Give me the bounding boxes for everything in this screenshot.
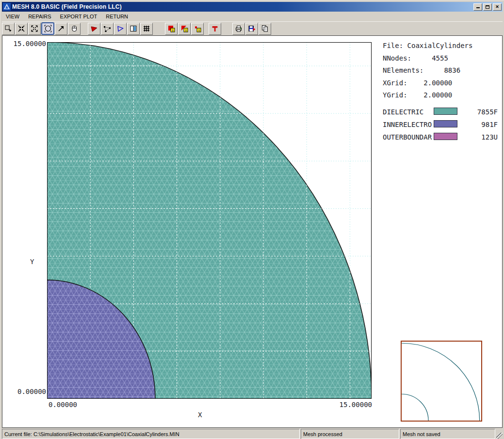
resize-grip[interactable] (496, 433, 503, 439)
printer-icon (235, 25, 243, 32)
region-info-icon: i (167, 25, 175, 32)
x-axis-max-tick: 15.00000 (308, 401, 372, 408)
menu-view[interactable]: VIEW (2, 13, 24, 20)
split-view-button[interactable] (127, 23, 140, 35)
plot-client-area: 15.00000 0.00000 Y 0.00000 15.00000 X Fi… (2, 35, 503, 428)
overview-arcs (402, 342, 481, 421)
legend-swatch-outerboundary (434, 133, 457, 140)
menu-return[interactable]: RETURN (101, 13, 132, 20)
status-current-file: Current file: C:\Simulations\Electrostat… (2, 429, 300, 439)
repair-tool-button[interactable] (209, 23, 221, 35)
legend-label: DIELECTRIC (383, 108, 423, 116)
split-window-icon (130, 25, 137, 32)
zoom-full-view-button[interactable] (28, 23, 41, 35)
title-bar[interactable]: MESH 8.0 BASIC (Field Precision LLC) ✕ (2, 2, 503, 12)
grid-icon (143, 25, 150, 32)
status-bar: Current file: C:\Simulations\Electrostat… (2, 429, 503, 439)
app-window: MESH 8.0 BASIC (Field Precision LLC) ✕ V… (0, 0, 504, 439)
y-axis-max-tick: 15.00000 (11, 40, 46, 47)
region-info-button[interactable]: i (165, 23, 178, 35)
fill-elements-button[interactable] (88, 23, 100, 35)
legend-count: 7855F (477, 107, 498, 117)
mesh-info-panel: File: CoaxialCylinders NNodes: 4555 NEle… (383, 40, 472, 102)
zoom-window-button[interactable] (2, 23, 15, 35)
element-info-button[interactable]: i (178, 23, 191, 35)
filled-triangle-icon (90, 25, 98, 32)
legend-row-dielectric: DIELECTRIC 7855F (383, 107, 498, 119)
menu-bar: VIEW REPAIRS EXPORT PLOT RETURN (2, 12, 503, 21)
zoom-full-icon (31, 25, 38, 32)
element-edges-button[interactable] (114, 23, 127, 35)
status-mesh-saved: Mesh not saved (400, 429, 495, 439)
minimize-icon (476, 5, 480, 8)
mesh-plot[interactable] (47, 42, 372, 399)
legend-row-outerboundary: OUTERBOUNDAR 123U (383, 132, 498, 144)
save-icon (248, 25, 256, 32)
zoom-window-icon (4, 25, 12, 32)
grid-toggle-button[interactable] (140, 23, 153, 35)
legend-count: 981F (481, 119, 498, 130)
node-info-icon: i (194, 25, 201, 32)
legend-row-innerelectrode: INNERELECTRO 981F (383, 119, 498, 132)
element-info-icon: i (180, 25, 188, 32)
outline-triangle-icon (116, 25, 124, 32)
menu-export-plot[interactable]: EXPORT PLOT (56, 13, 102, 20)
legend-label: INNERELECTRO (383, 121, 432, 128)
zoom-in-icon (17, 25, 25, 32)
overview-thumbnail (401, 341, 482, 422)
zoom-in-button[interactable] (15, 23, 28, 35)
pan-icon (57, 25, 65, 32)
menu-repairs[interactable]: REPAIRS (24, 13, 55, 20)
info-nnodes: NNodes: 4555 (383, 52, 472, 65)
x-axis-min-tick: 0.00000 (49, 401, 77, 408)
legend-count: 123U (481, 132, 498, 142)
vertex-triangle-icon (103, 25, 111, 32)
info-xgrid: XGrid: 2.00000 (383, 77, 472, 90)
legend-label: OUTERBOUNDAR (383, 133, 432, 141)
close-button[interactable]: ✕ (493, 3, 502, 11)
window-title: MESH 8.0 BASIC (Field Precision LLC) (12, 3, 472, 10)
close-icon: ✕ (495, 5, 499, 9)
x-axis-label: X (198, 411, 202, 419)
maximize-icon (486, 5, 489, 9)
info-nelements: NElements: 8836 (383, 64, 472, 77)
copy-plot-button[interactable] (259, 23, 271, 35)
legend-swatch-innerelectrode (434, 120, 457, 127)
legend-swatch-dielectric (434, 108, 457, 115)
global-view-button[interactable] (41, 22, 54, 35)
region-legend: DIELECTRIC 7855F INNERELECTRO 981F OUTER… (383, 107, 498, 144)
hammer-icon (211, 25, 219, 32)
status-mesh-processed: Mesh processed (301, 429, 399, 439)
node-info-button[interactable]: i (191, 23, 204, 35)
toolbar: i i i (2, 21, 503, 35)
app-logo-icon (3, 3, 11, 11)
copy-icon (261, 25, 269, 32)
mouse-icon (70, 25, 78, 32)
info-ygrid: YGrid: 2.00000 (383, 89, 472, 102)
info-file: File: CoaxialCylinders (383, 40, 472, 52)
pan-button[interactable] (55, 23, 67, 35)
save-plot-button[interactable] (245, 23, 258, 35)
y-axis-min-tick: 0.00000 (11, 388, 46, 395)
mouse-snap-button[interactable] (68, 23, 81, 35)
maximize-button[interactable] (483, 3, 492, 11)
minimize-button[interactable] (473, 3, 482, 11)
element-vertices-button[interactable] (101, 23, 114, 35)
global-view-icon (44, 25, 52, 32)
print-plot-button[interactable] (232, 23, 245, 35)
y-axis-label: Y (30, 258, 34, 266)
